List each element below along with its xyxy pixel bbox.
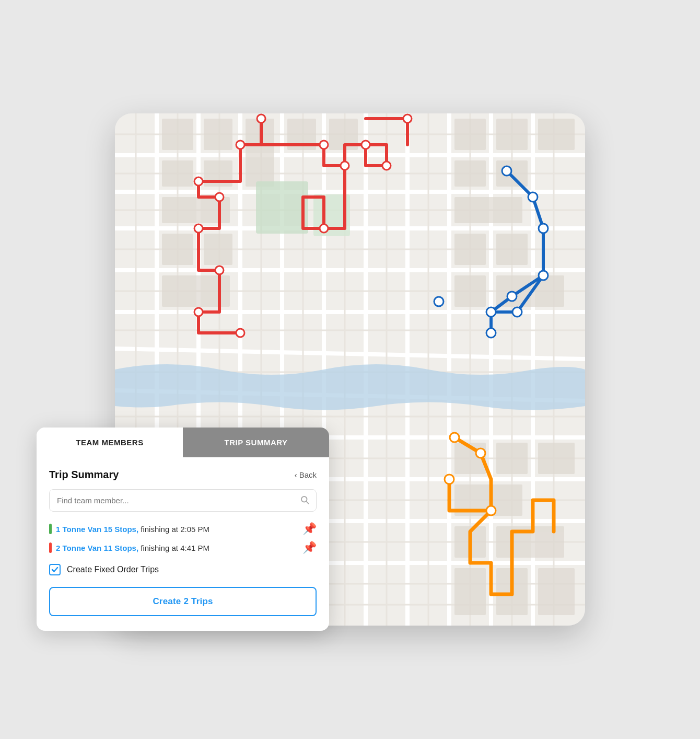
svg-point-101 bbox=[450, 433, 459, 442]
svg-rect-63 bbox=[454, 234, 486, 265]
search-input[interactable] bbox=[49, 489, 317, 512]
svg-point-104 bbox=[486, 506, 496, 515]
panel-card: TEAM MEMBERS TRIP SUMMARY Trip Summary ‹… bbox=[37, 428, 329, 631]
svg-point-95 bbox=[539, 271, 548, 280]
svg-rect-57 bbox=[454, 119, 486, 150]
svg-point-85 bbox=[236, 329, 244, 337]
svg-point-96 bbox=[507, 292, 517, 301]
svg-point-102 bbox=[476, 448, 485, 458]
panel-title: Trip Summary bbox=[49, 469, 119, 481]
svg-point-88 bbox=[341, 161, 349, 170]
trip-2-finishing: finishing at 4:41 PM bbox=[141, 544, 209, 552]
svg-point-92 bbox=[502, 166, 511, 176]
svg-rect-55 bbox=[204, 234, 232, 265]
back-link[interactable]: ‹ Back bbox=[295, 470, 317, 479]
svg-rect-48 bbox=[162, 160, 193, 187]
svg-point-80 bbox=[194, 177, 203, 186]
back-chevron-icon: ‹ bbox=[295, 470, 297, 479]
svg-line-106 bbox=[306, 501, 308, 503]
svg-rect-58 bbox=[496, 119, 528, 150]
trip-row-2-left: 2 Tonne Van 11 Stops, finishing at 4:41 … bbox=[49, 542, 209, 553]
svg-rect-75 bbox=[538, 568, 575, 615]
svg-rect-65 bbox=[454, 275, 486, 307]
tab-team-members[interactable]: TEAM MEMBERS bbox=[37, 428, 183, 457]
svg-point-79 bbox=[236, 141, 244, 149]
svg-point-83 bbox=[215, 266, 224, 274]
svg-point-78 bbox=[257, 114, 265, 123]
svg-rect-60 bbox=[454, 160, 486, 187]
svg-point-94 bbox=[539, 224, 548, 233]
svg-point-100 bbox=[434, 297, 444, 306]
trip-row-1: 1 Tonne Van 15 Stops, finishing at 2:05 … bbox=[49, 522, 317, 536]
trip-row-2: 2 Tonne Van 11 Stops, finishing at 4:41 … bbox=[49, 541, 317, 555]
tab-bar: TEAM MEMBERS TRIP SUMMARY bbox=[37, 428, 329, 457]
app-container: TEAM MEMBERS TRIP SUMMARY Trip Summary ‹… bbox=[78, 87, 622, 652]
svg-rect-69 bbox=[538, 443, 575, 474]
trip-1-finishing: finishing at 2:05 PM bbox=[141, 525, 209, 534]
summary-header: Trip Summary ‹ Back bbox=[49, 469, 317, 481]
svg-point-103 bbox=[445, 475, 454, 484]
tab-trip-summary[interactable]: TRIP SUMMARY bbox=[183, 428, 329, 457]
svg-point-86 bbox=[320, 141, 328, 149]
svg-point-82 bbox=[194, 224, 203, 233]
svg-point-87 bbox=[361, 141, 370, 149]
checkbox-label: Create Fixed Order Trips bbox=[67, 565, 159, 574]
trip-2-link[interactable]: 2 Tonne Van 11 Stops, bbox=[56, 544, 138, 552]
trip-2-indicator bbox=[49, 542, 52, 553]
svg-rect-62 bbox=[454, 197, 522, 223]
svg-point-90 bbox=[320, 224, 328, 233]
svg-rect-73 bbox=[454, 568, 486, 615]
checkbox-row: Create Fixed Order Trips bbox=[49, 564, 317, 575]
search-wrap bbox=[49, 489, 317, 512]
trip-2-pin-icon: 📌 bbox=[302, 541, 317, 555]
svg-point-81 bbox=[215, 193, 224, 201]
panel-body: Trip Summary ‹ Back bbox=[37, 457, 329, 631]
svg-rect-59 bbox=[538, 119, 575, 150]
trip-1-link[interactable]: 1 Tonne Van 15 Stops, bbox=[56, 525, 138, 534]
trip-1-pin-icon: 📌 bbox=[302, 522, 317, 536]
search-icon bbox=[300, 495, 309, 506]
svg-rect-46 bbox=[162, 119, 193, 150]
back-label: Back bbox=[299, 470, 317, 479]
svg-rect-61 bbox=[496, 160, 528, 187]
svg-rect-54 bbox=[162, 234, 193, 265]
fixed-order-checkbox[interactable] bbox=[49, 564, 61, 575]
svg-point-84 bbox=[194, 308, 203, 316]
svg-rect-47 bbox=[204, 119, 232, 150]
svg-point-99 bbox=[512, 307, 522, 317]
trip-list: 1 Tonne Van 15 Stops, finishing at 2:05 … bbox=[49, 522, 317, 555]
svg-point-98 bbox=[486, 328, 496, 338]
trip-1-indicator bbox=[49, 524, 52, 534]
svg-rect-68 bbox=[496, 443, 528, 474]
create-trips-button[interactable]: Create 2 Trips bbox=[49, 587, 317, 616]
svg-point-97 bbox=[486, 307, 496, 317]
svg-point-91 bbox=[403, 114, 412, 123]
trip-row-1-left: 1 Tonne Van 15 Stops, finishing at 2:05 … bbox=[49, 524, 209, 534]
svg-point-93 bbox=[528, 192, 538, 202]
svg-rect-64 bbox=[496, 234, 528, 265]
svg-rect-76 bbox=[256, 181, 308, 234]
svg-point-89 bbox=[382, 161, 391, 170]
